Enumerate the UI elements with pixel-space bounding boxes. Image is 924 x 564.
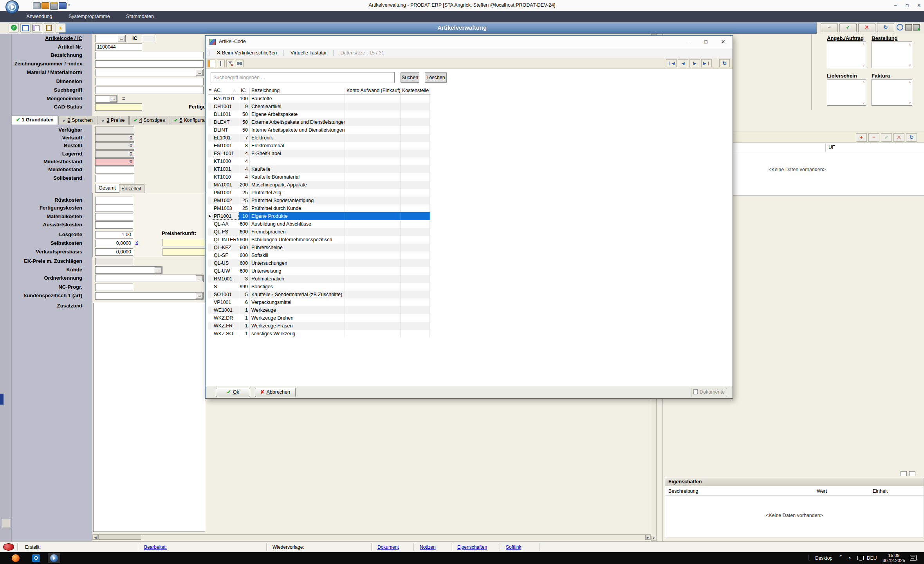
tab-grunddaten[interactable]: ✔1 Grunddaten bbox=[12, 116, 58, 125]
cell-ac[interactable]: SO1001 bbox=[212, 291, 239, 298]
cell-bez[interactable]: Eigene Arbeitspakete bbox=[250, 110, 345, 118]
eigenschaften-link[interactable]: Eigenschaften bbox=[457, 544, 487, 550]
cell-ac[interactable]: KT1001 bbox=[212, 165, 239, 173]
cell-marker[interactable] bbox=[208, 267, 212, 275]
col-header-bezeichnung[interactable]: Bezeichnung bbox=[250, 87, 345, 94]
cell-konto[interactable] bbox=[345, 212, 401, 220]
cell-ic[interactable]: 1 bbox=[239, 330, 250, 338]
table-row[interactable]: WKZ.DR1Werkzeuge Drehen bbox=[208, 314, 430, 322]
toolbar-overflow-icon[interactable]: ▾ bbox=[68, 3, 70, 7]
cell-ic[interactable]: 4 bbox=[239, 165, 250, 173]
losgroesse-field[interactable]: 1,00 bbox=[95, 231, 133, 239]
cell-ac[interactable]: CH1001 bbox=[212, 103, 239, 110]
label-faktura[interactable]: Faktura bbox=[872, 73, 890, 79]
cell-ic[interactable]: 50 bbox=[239, 110, 250, 118]
record-cancel-button[interactable]: ✕ bbox=[858, 23, 875, 32]
col-header-konto[interactable]: Konto Aufwand (Einkauf) bbox=[345, 87, 401, 94]
table-row[interactable]: WKZ.FR1Werkzeuge Fräsen bbox=[208, 322, 430, 330]
cell-ic[interactable]: 600 bbox=[239, 267, 250, 275]
cell-bez[interactable]: Externe Arbeitspakete und Dienstleistung… bbox=[250, 118, 345, 126]
table-row[interactable]: QL-SF600Softskill bbox=[208, 251, 430, 259]
cell-marker[interactable] bbox=[208, 126, 212, 134]
cell-ac[interactable]: ESL1001 bbox=[212, 150, 239, 157]
table-row[interactable]: EL10017Elektronik bbox=[208, 134, 430, 142]
cell-kost[interactable] bbox=[401, 220, 430, 228]
cell-ic[interactable]: 25 bbox=[239, 204, 250, 212]
cell-bez[interactable]: Kaufteile bbox=[250, 165, 345, 173]
cell-konto[interactable] bbox=[345, 228, 401, 236]
cell-kost[interactable] bbox=[401, 314, 430, 322]
bestellung-list[interactable]: ∧∨ bbox=[872, 42, 912, 68]
cell-ic[interactable]: 100 bbox=[239, 95, 250, 103]
cell-marker[interactable] bbox=[208, 251, 212, 259]
dimension-field[interactable] bbox=[95, 78, 204, 85]
menu-systemprogramme[interactable]: Systemprogramme bbox=[61, 11, 117, 22]
horizontal-scrollbar[interactable]: ◀ ▶ bbox=[92, 534, 651, 540]
table-row[interactable]: KT10014Kaufteile bbox=[208, 165, 430, 173]
dialog-titlebar[interactable]: Artikel-Code – □ ✕ bbox=[206, 36, 733, 48]
mengeneinheit-field[interactable]: … bbox=[95, 95, 117, 103]
cell-bez[interactable]: Werkzeuge Fräsen bbox=[250, 322, 345, 330]
taskbar-prodat-icon-active[interactable] bbox=[48, 553, 60, 563]
cell-marker[interactable] bbox=[208, 220, 212, 228]
cell-marker[interactable] bbox=[208, 150, 212, 157]
subtab-einzelteil[interactable]: Einzelteil bbox=[118, 184, 144, 193]
cell-konto[interactable] bbox=[345, 95, 401, 103]
table-row[interactable]: EM10018Elektromaterial bbox=[208, 142, 430, 150]
ok-button[interactable]: ✔Ok bbox=[216, 388, 250, 397]
scroll-down-icon[interactable]: ∨ bbox=[862, 63, 865, 67]
cell-kost[interactable] bbox=[401, 134, 430, 142]
angebot-list[interactable]: ∧∨ bbox=[827, 42, 866, 68]
cell-ic[interactable]: 3 bbox=[239, 275, 250, 283]
cell-konto[interactable] bbox=[345, 103, 401, 110]
cell-marker[interactable] bbox=[208, 142, 212, 150]
properties-list-icon[interactable] bbox=[909, 471, 915, 476]
subtab-gesamt[interactable]: Gesamt bbox=[95, 184, 119, 193]
collapse-columns-icon[interactable] bbox=[217, 60, 225, 67]
cell-ic[interactable]: 9 bbox=[239, 103, 250, 110]
fertigungskosten-field[interactable] bbox=[95, 204, 133, 212]
cell-kost[interactable] bbox=[401, 275, 430, 283]
artikelcode-lookup-button[interactable]: … bbox=[118, 36, 125, 42]
cell-ac[interactable]: KT1010 bbox=[212, 173, 239, 181]
virtual-keyboard-button[interactable]: Virtuelle Tastatur bbox=[291, 48, 327, 58]
nc-progr-field[interactable] bbox=[95, 284, 133, 291]
cell-kost[interactable] bbox=[401, 110, 430, 118]
taskbar-browser-icon[interactable] bbox=[9, 553, 22, 563]
table-row[interactable]: PM100325Prüfmittel durch Kunde bbox=[208, 204, 430, 212]
cell-ac[interactable]: QL-AA bbox=[212, 220, 239, 228]
nav-refresh-button[interactable]: ↻ bbox=[719, 59, 730, 67]
cell-kost[interactable] bbox=[401, 306, 430, 314]
cell-konto[interactable] bbox=[345, 165, 401, 173]
scroll-right-icon[interactable]: ▶ bbox=[645, 535, 650, 540]
cell-ic[interactable]: 200 bbox=[239, 181, 250, 189]
cell-marker[interactable] bbox=[208, 173, 212, 181]
nav-next-button[interactable]: ▶ bbox=[689, 59, 700, 67]
cell-ac[interactable]: WKZ.DR bbox=[212, 314, 239, 322]
cell-ic[interactable]: 1 bbox=[239, 314, 250, 322]
cell-ic[interactable]: 50 bbox=[239, 126, 250, 134]
cell-bez[interactable]: Elektromaterial bbox=[250, 142, 345, 150]
cell-marker[interactable] bbox=[208, 204, 212, 212]
cell-konto[interactable] bbox=[345, 181, 401, 189]
label-angebot-auftrag[interactable]: Angeb./Auftrag bbox=[827, 35, 864, 41]
cell-bez[interactable]: Kaufteile Büromaterial bbox=[250, 173, 345, 181]
scroll-down-icon[interactable]: ∨ bbox=[908, 101, 911, 105]
label-verkauft[interactable]: Verkauft bbox=[12, 134, 82, 142]
kunde-field[interactable]: … bbox=[95, 266, 162, 274]
tray-language[interactable]: DEU bbox=[867, 555, 877, 561]
dialog-maximize-button[interactable]: □ bbox=[697, 36, 715, 47]
kundenspezifisch-field[interactable]: … bbox=[95, 292, 204, 300]
label-lagernd[interactable]: Lagernd bbox=[12, 150, 82, 158]
discard-row-button[interactable]: ✕ bbox=[893, 133, 904, 142]
cell-ac[interactable]: KT1000 bbox=[212, 157, 239, 165]
cell-konto[interactable] bbox=[345, 251, 401, 259]
cell-konto[interactable] bbox=[345, 244, 401, 251]
scroll-up-icon[interactable]: ∧ bbox=[862, 80, 865, 84]
cell-konto[interactable] bbox=[345, 298, 401, 306]
cell-kost[interactable] bbox=[401, 189, 430, 197]
cad-status-field[interactable] bbox=[95, 103, 142, 111]
cell-marker[interactable] bbox=[208, 95, 212, 103]
cell-marker[interactable] bbox=[208, 306, 212, 314]
cell-konto[interactable] bbox=[345, 126, 401, 134]
